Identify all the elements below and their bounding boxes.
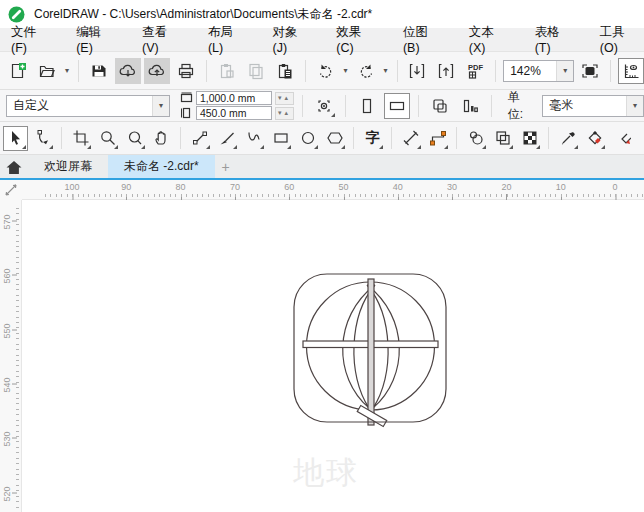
page-width-field[interactable]: 1,000.0 mm (196, 91, 272, 105)
vertical-ruler[interactable]: 570560550540530520 (0, 200, 22, 512)
text-tool-glyph: 字 (366, 129, 380, 147)
print-button[interactable] (173, 58, 199, 84)
open-dropdown-caret[interactable]: ▾ (63, 66, 71, 75)
page-preset-combo[interactable]: 自定义 ▾ (6, 95, 170, 117)
polygon-tool-button[interactable] (322, 126, 347, 151)
vertical-bar (368, 279, 374, 425)
cloud-download-button[interactable] (115, 58, 141, 84)
home-icon (5, 159, 23, 175)
menu-item-text[interactable]: 文本(X) (466, 22, 512, 57)
units-combo-caret[interactable]: ▾ (626, 96, 643, 116)
import-button[interactable] (404, 58, 430, 84)
redo-dropdown-caret[interactable]: ▾ (382, 66, 390, 75)
tab-welcome-screen[interactable]: 欢迎屏幕 (28, 155, 108, 178)
connector-tool-button[interactable] (425, 126, 450, 151)
page-preset-caret[interactable]: ▾ (152, 96, 169, 116)
page-preset-value: 自定义 (13, 97, 49, 114)
zoom-out-tool-button[interactable] (122, 126, 147, 151)
units-combo[interactable]: 毫米 ▾ (542, 95, 644, 117)
zoom-level-value: 142% (510, 64, 541, 78)
effect-tool-button[interactable] (463, 126, 488, 151)
portrait-button[interactable] (354, 93, 380, 119)
menu-item-view[interactable]: 查看(V) (139, 22, 185, 57)
svg-text:PDF: PDF (468, 63, 483, 72)
home-button[interactable] (0, 155, 28, 178)
crop-tool-button[interactable] (68, 126, 93, 151)
all-pages-button[interactable] (427, 93, 453, 119)
interactive-fill-tool-button[interactable] (582, 126, 607, 151)
standard-toolbar: ▾ ▾ ▾ PDF 142% ▾ (0, 52, 644, 90)
menu-item-layout[interactable]: 布局(L) (205, 22, 250, 57)
paste-button[interactable] (272, 58, 298, 84)
property-bar: 自定义 ▾ 1,000.0 mm ▾▴ 450.0 mm ▾▴ 单位: 毫米 ▾ (0, 90, 644, 122)
zoom-level-combo[interactable]: 142% ▾ (503, 60, 574, 82)
ruler-origin-icon (4, 183, 18, 197)
ellipse-tool-button[interactable] (295, 126, 320, 151)
shape-tool-button[interactable] (30, 126, 55, 151)
undo-button[interactable] (313, 58, 339, 84)
freehand-tool-button[interactable] (187, 126, 212, 151)
page-width-spinner[interactable]: ▾▴ (275, 92, 294, 105)
toolbox: 字 (0, 122, 644, 155)
pick-tool-button[interactable] (3, 126, 28, 151)
page-height-field[interactable]: 450.0 mm (196, 106, 272, 120)
document-tab-bar: 欢迎屏幕 未命名 -2.cdr* + (0, 155, 644, 178)
units-label: 单位: (508, 89, 535, 123)
page-height-spinner[interactable]: ▾▴ (275, 107, 294, 120)
ruler-origin-button[interactable] (0, 180, 22, 200)
menu-item-bitmaps[interactable]: 位图(B) (400, 22, 446, 57)
page-width-icon (180, 92, 193, 104)
menu-item-object[interactable]: 对象(J) (269, 22, 313, 57)
smart-fill-tool-button[interactable] (609, 126, 634, 151)
horizontal-ruler[interactable]: 1009080706050403020100 (22, 180, 644, 200)
zoom-tool-button[interactable] (95, 126, 120, 151)
current-page-button[interactable] (457, 93, 483, 119)
export-button[interactable] (433, 58, 459, 84)
rectangle-tool-button[interactable] (268, 126, 293, 151)
undo-dropdown-caret[interactable]: ▾ (342, 66, 350, 75)
artistic-media-tool-button[interactable] (214, 126, 239, 151)
page-size-block: 1,000.0 mm ▾▴ 450.0 mm ▾▴ (180, 91, 294, 120)
artwork-label: 地球 (293, 452, 359, 494)
menu-item-tools[interactable]: 工具(O) (597, 22, 644, 57)
page-height-icon (180, 107, 193, 119)
pan-tool-button[interactable] (149, 126, 174, 151)
eyedropper-tool-button[interactable] (555, 126, 580, 151)
tab-document[interactable]: 未命名 -2.cdr* (108, 155, 215, 178)
canvas[interactable]: 地球 (22, 200, 644, 512)
fit-page-button[interactable] (311, 93, 337, 119)
fullscreen-preview-button[interactable] (577, 58, 603, 84)
menu-item-effects[interactable]: 效果(C) (333, 22, 380, 57)
menu-item-table[interactable]: 表格(T) (532, 22, 577, 57)
redo-button[interactable] (353, 58, 379, 84)
zoom-combo-caret[interactable]: ▾ (556, 61, 573, 81)
units-value: 毫米 (549, 97, 573, 114)
menu-item-edit[interactable]: 编辑(E) (73, 22, 119, 57)
save-button[interactable] (86, 58, 112, 84)
paste-special-button (214, 58, 240, 84)
ruler-toggle-button[interactable] (618, 58, 644, 84)
copy-button (243, 58, 269, 84)
landscape-button[interactable] (384, 93, 410, 119)
coreldraw-logo-icon (8, 6, 25, 23)
transparency-tool-button[interactable] (490, 126, 515, 151)
menu-bar: 文件(F) 编辑(E) 查看(V) 布局(L) 对象(J) 效果(C) 位图(B… (0, 28, 644, 52)
drawing-globe-icon[interactable] (285, 265, 455, 435)
pen-tool-button[interactable] (241, 126, 266, 151)
text-tool-button[interactable]: 字 (360, 126, 385, 151)
new-document-button[interactable] (5, 58, 31, 84)
new-tab-button[interactable]: + (215, 155, 237, 178)
open-button[interactable] (34, 58, 60, 84)
cloud-upload-button[interactable] (144, 58, 170, 84)
dimension-tool-button[interactable] (398, 126, 423, 151)
menu-item-file[interactable]: 文件(F) (8, 22, 53, 57)
window-title: CorelDRAW - C:\Users\Administrator\Docum… (34, 6, 372, 23)
pdf-export-button[interactable]: PDF (462, 58, 488, 84)
pattern-fill-button[interactable] (517, 126, 542, 151)
